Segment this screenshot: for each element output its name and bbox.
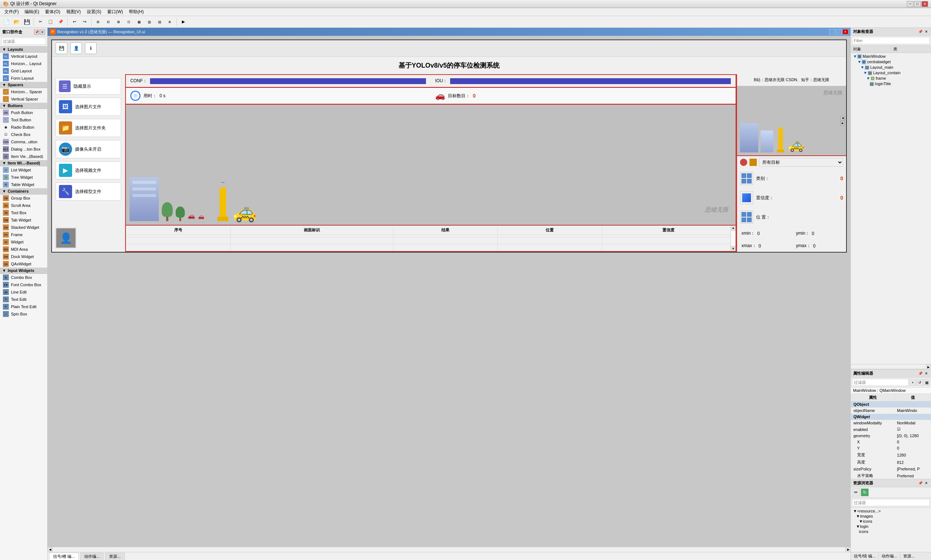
pe-row-sizepolicy[interactable]: sizePolicy [Preferred, P xyxy=(851,466,931,472)
widget-dialog-box[interactable]: DLG Dialog ...ton Box xyxy=(0,146,47,153)
app-user-btn[interactable]: 👤 xyxy=(70,42,82,54)
tb-layout3[interactable]: ⊠ xyxy=(114,17,124,27)
pe-row-windowmodality[interactable]: windowModality NonModal xyxy=(851,420,931,426)
menu-form[interactable]: 窗体(O) xyxy=(42,8,63,16)
pe-val-width[interactable]: 1280 xyxy=(895,451,931,459)
tab-resources[interactable]: 资源... xyxy=(105,553,124,560)
widget-combo-box[interactable]: ▼ Combo Box xyxy=(0,274,47,281)
oi-centralwidget[interactable]: ▼ ⊞ centralwidget xyxy=(852,59,930,65)
widget-dock-widget[interactable]: DW Dock Widget xyxy=(0,253,47,260)
scroll-left-arrow[interactable]: ◀ xyxy=(48,547,53,552)
nav-arrow-down[interactable]: ▶ xyxy=(840,121,845,125)
scroll-down-arrow[interactable]: ▼ xyxy=(731,246,736,251)
pe-val-y[interactable]: 0 xyxy=(895,445,931,451)
tb-save[interactable]: 💾 xyxy=(22,17,31,27)
app-save-btn[interactable]: 💾 xyxy=(56,42,67,54)
designer-max-btn[interactable]: □ xyxy=(836,29,842,34)
pe-val-objectname[interactable]: MainWindo xyxy=(895,408,931,414)
tb-layout2[interactable]: ⊟ xyxy=(103,17,113,27)
menu-settings[interactable]: 设置(S) xyxy=(84,8,104,16)
pe-row-y[interactable]: Y 0 xyxy=(851,445,931,451)
sidebar-toggle-btn[interactable]: ☰ 隐藏显示 xyxy=(56,78,121,95)
widget-tool-button[interactable]: 🔧 Tool Button xyxy=(0,116,47,123)
rb-images-node[interactable]: ▼ images xyxy=(852,514,930,519)
oi-frame[interactable]: ▼ ⊡ frame xyxy=(852,76,930,81)
widget-mdi-area[interactable]: MDI MDI Area xyxy=(0,246,47,253)
pe-close-btn[interactable]: ✕ xyxy=(924,371,929,376)
wb-close[interactable]: ✕ xyxy=(40,29,45,35)
rb-close-btn[interactable]: ✕ xyxy=(924,481,929,486)
oi-mainwindow[interactable]: ▼ ⊞ MainWindow xyxy=(852,54,930,59)
close-button[interactable]: ✕ xyxy=(922,1,928,7)
widget-horiz-spacer[interactable]: ↔ Horizon... Spacer xyxy=(0,88,47,95)
oi-filter-input[interactable] xyxy=(852,37,930,44)
oi-close-btn[interactable]: ✕ xyxy=(924,29,929,34)
pe-val-sp[interactable]: [Preferred, P xyxy=(895,466,931,472)
oi-layout-main[interactable]: ▼ ▤ Layout_main xyxy=(852,65,930,70)
pe-filter-btn2[interactable]: ↺ xyxy=(916,379,923,386)
iou-slider[interactable] xyxy=(450,78,731,84)
pe-row-enabled[interactable]: enabled ☑ xyxy=(851,426,931,433)
tb-layout1[interactable]: ⊞ xyxy=(93,17,103,27)
widget-list-widget[interactable]: ≡ List Widget xyxy=(0,166,47,174)
sidebar-model-btn[interactable]: 🔧 选择模型文件 xyxy=(56,182,121,201)
tb-preview[interactable]: ▶ xyxy=(179,17,188,27)
rb-tab-action[interactable]: 动作编... xyxy=(879,553,900,560)
sidebar-folder-btn[interactable]: 📁 选择图片文件夹 xyxy=(56,119,121,137)
pe-val-x[interactable]: 0 xyxy=(895,439,931,445)
horiz-scrollbar[interactable]: ◀ ▶ xyxy=(48,547,851,552)
scroll-right-arrow[interactable]: ▶ xyxy=(845,547,851,552)
pe-pin-btn[interactable]: 📌 xyxy=(918,371,923,376)
conf-slider[interactable] xyxy=(150,78,426,84)
widget-text-edit[interactable]: ✎ Text Edit xyxy=(0,296,47,303)
pe-filter-input[interactable] xyxy=(852,379,909,386)
tb-new[interactable]: 📄 xyxy=(2,17,11,27)
widget-vert-spacer[interactable]: ↕ Vertical Spacer xyxy=(0,95,47,103)
widget-command-button[interactable]: CMD Comma...utton xyxy=(0,138,47,146)
widget-plain-text-edit[interactable]: ✏ Plain Text Edit xyxy=(0,303,47,310)
sidebar-video-btn[interactable]: ▶ 选择视频文件 xyxy=(56,161,121,180)
widget-table-widget[interactable]: ⊞ Table Widget xyxy=(0,181,47,188)
pe-val-height[interactable]: 812 xyxy=(895,459,931,466)
pe-row-height[interactable]: 高度 812 xyxy=(851,459,931,466)
tb-layout8[interactable]: ⊕ xyxy=(165,17,174,27)
designer-close-btn[interactable]: ✕ xyxy=(843,29,848,34)
pe-filter-btn1[interactable]: + xyxy=(909,379,916,386)
tb-redo[interactable]: ↪ xyxy=(80,17,89,27)
tb-paste[interactable]: 📌 xyxy=(56,17,65,27)
maximize-button[interactable]: □ xyxy=(914,1,921,7)
category-buttons[interactable]: ▼Buttons xyxy=(0,103,47,109)
widget-spin-box[interactable]: ↕ Spin Box xyxy=(0,310,47,318)
rb-resource-root[interactable]: ▼ <resource...> xyxy=(852,508,930,514)
tb-undo[interactable]: ↩ xyxy=(69,17,79,27)
rb-icons-node1[interactable]: ▼ icons xyxy=(852,519,930,524)
table-scrollbar[interactable]: ▲ ▼ xyxy=(730,226,736,251)
category-layouts[interactable]: ▼Layouts xyxy=(0,46,47,52)
widget-tree-widget[interactable]: 🌳 Tree Widget xyxy=(0,174,47,181)
widget-font-combo[interactable]: A▼ Font Combo Box xyxy=(0,281,47,288)
rb-edit-btn[interactable]: ✏ xyxy=(852,488,860,496)
tb-copy[interactable]: 📋 xyxy=(46,17,55,27)
rb-login-node[interactable]: ▼ login xyxy=(852,524,930,529)
widget-push-button[interactable]: OK Push Button xyxy=(0,109,47,116)
tab-actions[interactable]: 动作编... xyxy=(80,553,103,560)
tb-layout6[interactable]: ▥ xyxy=(145,17,154,27)
tb-layout5[interactable]: ▦ xyxy=(134,17,144,27)
menu-file[interactable]: 文件(F) xyxy=(2,8,22,16)
sidebar-image-btn[interactable]: 🖼 选择图片文件 xyxy=(56,98,121,116)
widget-item-view[interactable]: IV Item Vie...(Based) xyxy=(0,153,47,160)
pe-filter-btn3[interactable]: ▦ xyxy=(923,379,930,386)
nav-arrow-up[interactable]: ◀ xyxy=(840,116,845,120)
oi-scroll-right[interactable]: ▶ xyxy=(926,365,931,369)
tb-layout4[interactable]: ⊡ xyxy=(124,17,134,27)
widget-widget[interactable]: W Widget xyxy=(0,238,47,246)
category-item-widgets[interactable]: ▼Item Wi...-Based) xyxy=(0,160,47,166)
rb-filter-input[interactable] xyxy=(852,499,930,506)
tb-layout7[interactable]: ▤ xyxy=(155,17,164,27)
app-info-btn[interactable]: ℹ xyxy=(85,42,97,54)
oi-logintitle[interactable]: ▤ loginTitle xyxy=(852,81,930,87)
filter-select[interactable]: 所有目标 xyxy=(759,158,843,167)
widget-tool-box[interactable]: TB Tool Box xyxy=(0,209,47,216)
scroll-up-arrow[interactable]: ▲ xyxy=(731,226,736,231)
menu-edit[interactable]: 编辑(E) xyxy=(22,8,42,16)
